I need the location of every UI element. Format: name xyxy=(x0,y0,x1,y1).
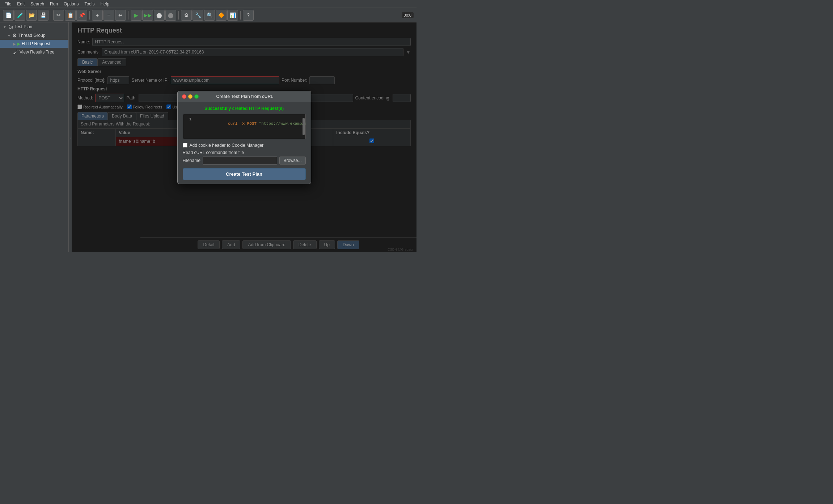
menu-edit[interactable]: Edit xyxy=(14,1,28,7)
sep3 xyxy=(128,11,128,20)
thread-group-label: Thread Group xyxy=(18,33,46,38)
modal-success-message: Successfully created HTTP Request(s) xyxy=(183,106,306,111)
remove-button[interactable]: − xyxy=(103,10,114,21)
sidebar-item-test-plan[interactable]: ▼ 🗂 Test Plan xyxy=(0,22,68,31)
new-button[interactable]: 📄 xyxy=(3,10,14,21)
sidebar: ▼ 🗂 Test Plan ▼ ⚙ Thread Group ▶ ▶ HTTP … xyxy=(0,22,69,252)
menu-run[interactable]: Run xyxy=(47,1,61,7)
open-template-button[interactable]: 🧪 xyxy=(14,10,25,21)
create-test-plan-button[interactable]: Create Test Plan xyxy=(183,168,306,180)
cut-button[interactable]: ✂ xyxy=(53,10,64,21)
http-request-label: HTTP Request xyxy=(22,41,50,46)
menu-options[interactable]: Options xyxy=(61,1,81,7)
menu-search[interactable]: Search xyxy=(28,1,47,7)
cookie-label: Add cookie header to Cookie Manager xyxy=(190,143,264,148)
stop-all-button[interactable]: ⬤ xyxy=(154,10,165,21)
curl-url: "https://www.example.com" xyxy=(259,121,306,126)
sidebar-item-thread-group[interactable]: ▼ ⚙ Thread Group xyxy=(0,31,68,40)
sidebar-item-http-request[interactable]: ▶ ▶ HTTP Request xyxy=(0,40,68,48)
test-plan-label: Test Plan xyxy=(14,24,32,29)
http-request-arrow: ▶ xyxy=(13,42,16,46)
filename-row: Filename Browse... xyxy=(183,157,306,165)
copy-button[interactable]: 📋 xyxy=(65,10,76,21)
settings-button[interactable]: ⚙ xyxy=(181,10,192,21)
timer-display: 00:0 xyxy=(402,12,414,18)
view-results-tree-icon: 🖊 xyxy=(13,49,18,55)
sep2 xyxy=(89,11,90,20)
function-button[interactable]: 🔧 xyxy=(193,10,203,21)
sep1 xyxy=(51,11,51,20)
undo-button[interactable]: ↩ xyxy=(115,10,126,21)
filename-label: Filename xyxy=(183,158,200,163)
cookie-checkbox[interactable] xyxy=(183,143,187,148)
toolbar: 📄 🧪 📂 💾 ✂ 📋 📌 + − ↩ ▶ ▶▶ ⬤ ⬤ ⚙ 🔧 🔍 🔶 📊 ?… xyxy=(0,8,416,22)
curl-command-line: curl -X POST "https://www.example.com" -… xyxy=(195,117,306,136)
open-button[interactable]: 📂 xyxy=(26,10,37,21)
reset-button[interactable]: 📊 xyxy=(227,10,238,21)
menu-help[interactable]: Help xyxy=(97,1,112,7)
menu-tools[interactable]: Tools xyxy=(81,1,97,7)
sep5 xyxy=(240,11,241,20)
clear-button[interactable]: 🔶 xyxy=(216,10,227,21)
code-editor[interactable]: 1 curl -X POST "https://www.example.com"… xyxy=(183,114,306,139)
modal-body: Successfully created HTTP Request(s) 1 c… xyxy=(178,102,311,184)
stop-button[interactable]: ⬤ xyxy=(165,10,176,21)
sidebar-item-view-results-tree[interactable]: 🖊 View Results Tree xyxy=(0,48,68,56)
content-area: HTTP Request Name: Comments: ▼ Basic Adv… xyxy=(72,22,416,252)
file-section-label: Read cURL commands from file xyxy=(183,150,306,155)
sep4 xyxy=(178,11,179,20)
save-button[interactable]: 💾 xyxy=(38,10,48,21)
code-editor-scrollbar[interactable] xyxy=(303,118,305,135)
paste-button[interactable]: 📌 xyxy=(76,10,87,21)
view-results-tree-label: View Results Tree xyxy=(20,50,55,55)
expand-arrow-thread-group: ▼ xyxy=(7,34,11,38)
sidebar-resize-handle[interactable]: ⋮ xyxy=(69,22,72,252)
run-remote-button[interactable]: ▶▶ xyxy=(142,10,153,21)
expand-arrow-test-plan: ▼ xyxy=(3,25,7,29)
main-layout: ▼ 🗂 Test Plan ▼ ⚙ Thread Group ▶ ▶ HTTP … xyxy=(0,22,416,252)
modal-overlay: Create Test Plan from cURL Successfully … xyxy=(72,22,416,252)
menu-file[interactable]: File xyxy=(1,1,14,7)
thread-group-icon: ⚙ xyxy=(12,33,17,38)
cookie-row: Add cookie header to Cookie Manager xyxy=(183,143,306,148)
menubar: File Edit Search Run Options Tools Help xyxy=(0,0,416,8)
curl-keyword: curl -X POST xyxy=(228,121,259,126)
modal-title: Create Test Plan from cURL xyxy=(183,94,306,99)
line-number: 1 xyxy=(186,117,192,136)
modal-titlebar: Create Test Plan from cURL xyxy=(178,91,311,102)
run-button[interactable]: ▶ xyxy=(131,10,141,21)
help-button[interactable]: ? xyxy=(243,10,254,21)
add-button[interactable]: + xyxy=(92,10,103,21)
test-plan-icon: 🗂 xyxy=(8,24,13,30)
modal-dialog: Create Test Plan from cURL Successfully … xyxy=(177,91,311,184)
browse-button[interactable]: Browse... xyxy=(279,157,305,165)
http-request-icon: ▶ xyxy=(17,42,20,46)
search-toolbar-button[interactable]: 🔍 xyxy=(204,10,215,21)
filename-input[interactable] xyxy=(203,157,278,165)
